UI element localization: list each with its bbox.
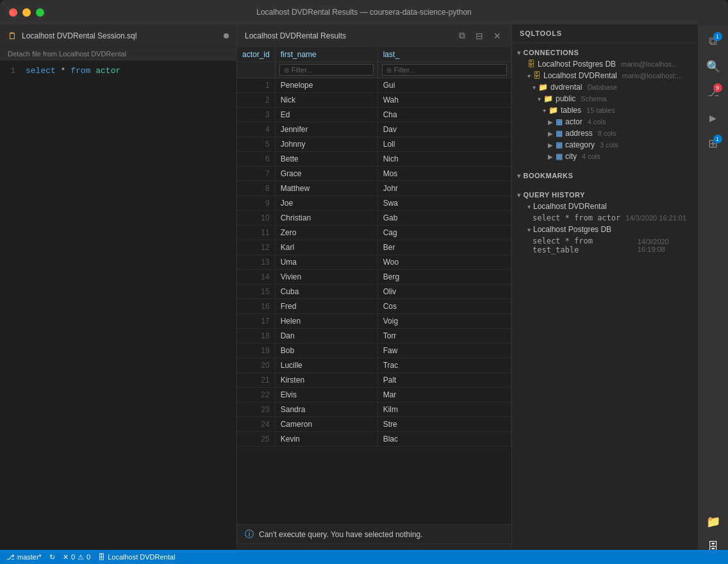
row-id: 14	[237, 270, 275, 285]
chevron-down-icon-qh-pg: ▾	[527, 226, 531, 233]
table-name: actor	[90, 66, 120, 76]
qh-dvdrental-group[interactable]: ▾ Localhost DVDRental	[512, 201, 697, 212]
tables-folder[interactable]: ▾ 📁 tables 15 tables	[512, 104, 697, 116]
row-last-name: Cag	[377, 226, 511, 240]
table-header-row: actor_id first_name last_	[237, 47, 511, 62]
close-button[interactable]	[9, 8, 17, 17]
table-row[interactable]: 17 Helen Voig	[237, 314, 511, 329]
table-address-meta: 8 cols	[598, 129, 616, 137]
chevron-down-icon: ▾	[517, 49, 521, 56]
row-id: 16	[237, 299, 275, 314]
table-row[interactable]: 22 Elvis Mar	[237, 388, 511, 402]
errors-status[interactable]: ✕ 0 ⚠ 0	[63, 553, 90, 561]
branch-name: master*	[17, 553, 42, 561]
connection-dvdrental[interactable]: ▾ 🗄 Localhost DVDRental mario@localhost:…	[512, 70, 697, 81]
qh-dvdrental-query[interactable]: select * from actor 14/3/2020 16:21:01	[512, 212, 697, 224]
row-id: 24	[237, 417, 275, 432]
files-icon[interactable]: ⧉ 1	[702, 29, 725, 53]
table-row[interactable]: 13 Uma Woo	[237, 255, 511, 270]
chevron-down-icon-qh-dvd: ▾	[527, 203, 531, 210]
table-address[interactable]: ▶ ▦ address 8 cols	[512, 128, 697, 139]
git-icon[interactable]: ⎇ 9	[702, 81, 725, 104]
qh-postgres-timestamp: 14/3/2020 16:19:08	[638, 238, 692, 253]
table-row[interactable]: 19 Bob Faw	[237, 344, 511, 358]
table-row[interactable]: 21 Kirsten Palt	[237, 373, 511, 388]
filter-first-name[interactable]: ⊞ Filter...	[275, 62, 377, 78]
table-city-label: city	[565, 152, 577, 161]
table-row[interactable]: 11 Zero Cag	[237, 226, 511, 240]
keyword-select: select	[26, 66, 56, 76]
run-debug-icon[interactable]: ▶	[702, 106, 725, 129]
fullscreen-button[interactable]	[36, 8, 44, 17]
table-row[interactable]: 8 Matthew Johr	[237, 181, 511, 196]
table-row[interactable]: 15 Cuba Oliv	[237, 285, 511, 299]
row-last-name: Nich	[377, 152, 511, 167]
error-message: Can't execute query. You have selected n…	[259, 530, 423, 539]
table-category[interactable]: ▶ ▦ category 3 cols	[512, 139, 697, 151]
git-branch-status[interactable]: ⎇ master*	[6, 553, 42, 561]
editor-content[interactable]: 1 select * from actor	[0, 61, 236, 564]
results-table-container[interactable]: actor_id first_name last_ ⊞ Filter...	[237, 47, 511, 524]
table-row[interactable]: 24 Cameron Stre	[237, 417, 511, 432]
chevron-right-icon-actor: ▶	[548, 119, 553, 126]
row-first-name: Elvis	[275, 388, 377, 402]
status-bar: ⎇ master* ↻ ✕ 0 ⚠ 0 🗄 Localhost DVDRenta…	[0, 550, 728, 564]
table-row[interactable]: 6 Bette Nich	[237, 152, 511, 167]
minimize-button[interactable]	[22, 8, 31, 17]
results-table: actor_id first_name last_ ⊞ Filter...	[237, 47, 511, 447]
warning-count: 0	[87, 553, 90, 561]
qh-postgres-group[interactable]: ▾ Localhost Postgres DB	[512, 224, 697, 235]
table-row[interactable]: 7 Grace Mos	[237, 167, 511, 181]
table-row[interactable]: 1 Penelope Gui	[237, 78, 511, 93]
table-actor[interactable]: ▶ ▦ actor 4 cols	[512, 116, 697, 128]
table-row[interactable]: 20 Lucille Trac	[237, 358, 511, 373]
table-row[interactable]: 5 Johnny Loll	[237, 137, 511, 152]
table-row[interactable]: 10 Christian Gab	[237, 211, 511, 226]
table-icon-actor: ▦	[556, 117, 563, 126]
connection-postgres[interactable]: 🗄 Localhost Postgres DB mario@localhos..…	[512, 58, 697, 70]
connections-header[interactable]: ▾ CONNECTIONS	[512, 47, 697, 58]
connection-status[interactable]: 🗄 Localhost DVDRental	[98, 553, 175, 561]
table-row[interactable]: 2 Nick Wah	[237, 93, 511, 108]
detach-bar[interactable]: Detach file from Localhost DVDRental	[0, 47, 236, 61]
table-row[interactable]: 18 Dan Torr	[237, 329, 511, 344]
table-city-meta: 4 cols	[582, 153, 600, 160]
connection-postgres-meta: mario@localhos...	[621, 60, 677, 68]
close-results-icon[interactable]: ✕	[491, 29, 504, 42]
sync-icon-status[interactable]: ↻	[49, 553, 55, 561]
row-first-name: Lucille	[275, 358, 377, 373]
unsaved-indicator	[224, 33, 229, 38]
table-row[interactable]: 16 Fred Cos	[237, 299, 511, 314]
row-first-name: Ed	[275, 108, 377, 122]
table-row[interactable]: 4 Jennifer Dav	[237, 122, 511, 137]
bookmarks-header[interactable]: ▾ BOOKMARKS	[512, 170, 697, 181]
query-history-header[interactable]: ▾ QUERY HISTORY	[512, 189, 697, 201]
table-row[interactable]: 23 Sandra Kilm	[237, 402, 511, 417]
open-folder-icon[interactable]: 📁	[702, 510, 725, 533]
qh-postgres-query[interactable]: select * from test_table 14/3/2020 16:19…	[512, 235, 697, 256]
table-row[interactable]: 14 Vivien Berg	[237, 270, 511, 285]
filter-last-name[interactable]: ⊞ Filter...	[377, 62, 511, 78]
row-id: 3	[237, 108, 275, 122]
layout-icon[interactable]: ⊟	[473, 29, 486, 42]
table-row[interactable]: 3 Ed Cha	[237, 108, 511, 122]
extensions-badge: 1	[713, 135, 722, 144]
chevron-down-icon-dvd: ▾	[527, 72, 531, 79]
editor-tab[interactable]: 🗒 Localhost DVDRental Session.sql	[0, 24, 236, 47]
split-view-icon[interactable]: ⧉	[456, 29, 468, 42]
schema-public[interactable]: ▾ 📁 public Schema	[512, 93, 697, 104]
qh-postgres-query-text: select * from test_table	[533, 236, 633, 254]
row-last-name: Cos	[377, 299, 511, 314]
table-row[interactable]: 12 Karl Ber	[237, 240, 511, 255]
results-tbody: 1 Penelope Gui 2 Nick Wah 3 Ed Cha 4 Jen…	[237, 78, 511, 447]
db-dvdrental[interactable]: ▾ 📁 dvdrental Database	[512, 81, 697, 93]
table-row[interactable]: 9 Joe Swa	[237, 196, 511, 211]
search-icon[interactable]: 🔍	[702, 55, 725, 78]
table-row[interactable]: 25 Kevin Blac	[237, 432, 511, 447]
row-id: 11	[237, 226, 275, 240]
table-city[interactable]: ▶ ▦ city 4 cols	[512, 151, 697, 162]
row-first-name: Bette	[275, 152, 377, 167]
db-dvdrental-meta: Database	[587, 83, 617, 91]
extensions-icon[interactable]: ⊞ 1	[702, 132, 725, 155]
table-category-label: category	[565, 140, 595, 149]
